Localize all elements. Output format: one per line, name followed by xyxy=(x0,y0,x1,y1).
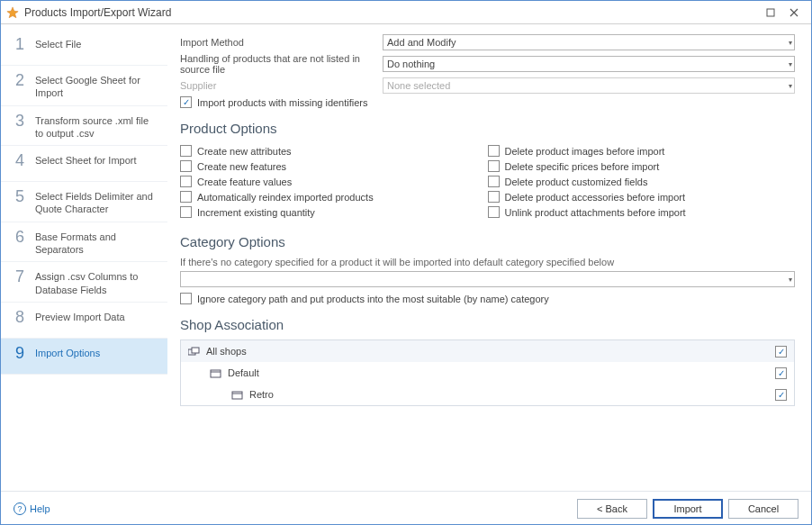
step-select-sheet[interactable]: 4Select Sheet for Import xyxy=(1,146,167,182)
delete-prices-check[interactable]: Delete specific prices before import xyxy=(488,160,796,172)
svg-rect-3 xyxy=(211,370,221,377)
step-preview-data[interactable]: 8Preview Import Data xyxy=(1,303,167,339)
checkbox-icon xyxy=(180,206,192,218)
shop-icon xyxy=(210,368,222,378)
cancel-button[interactable]: Cancel xyxy=(728,499,798,519)
checkbox-icon xyxy=(488,176,500,187)
chevron-down-icon: ▾ xyxy=(789,276,792,284)
ignore-category-path-check[interactable]: Ignore category path and put products in… xyxy=(180,293,795,304)
step-delimiter-quote[interactable]: 5Select Fields Delimiter and Quote Chara… xyxy=(1,182,167,222)
product-options-heading: Product Options xyxy=(180,121,795,136)
chevron-down-icon: ▾ xyxy=(789,60,792,68)
svg-rect-2 xyxy=(192,348,199,353)
step-transform-xml[interactable]: 3Transform source .xml file to output .c… xyxy=(1,106,167,147)
chevron-down-icon: ▾ xyxy=(789,82,792,90)
handling-label: Handling of products that are not listed… xyxy=(180,53,383,75)
import-method-select[interactable]: Add and Modify▾ xyxy=(383,34,795,50)
delete-customized-check[interactable]: Delete product customized fields xyxy=(488,176,796,187)
delete-images-check[interactable]: Delete product images before import xyxy=(488,145,796,157)
supplier-label: Supplier xyxy=(180,80,383,91)
close-button[interactable] xyxy=(782,4,806,22)
shop-icon xyxy=(231,390,244,400)
step-select-file[interactable]: 1Select File xyxy=(1,30,167,66)
checkbox-icon xyxy=(180,191,192,203)
checkbox-icon xyxy=(488,160,500,172)
shop-default-checkbox[interactable] xyxy=(775,367,787,379)
title-bar: Products Import/Export Wizard xyxy=(1,1,811,24)
checkbox-icon xyxy=(488,145,500,157)
svg-rect-0 xyxy=(767,9,774,16)
help-icon: ? xyxy=(14,502,26,515)
checkbox-icon xyxy=(180,160,192,172)
step-base-formats[interactable]: 6Base Formats and Separators xyxy=(1,222,167,263)
footer-bar: ? Help < Back Import Cancel xyxy=(1,491,811,525)
step-select-google-sheet[interactable]: 2Select Google Sheet for Import xyxy=(1,66,167,106)
app-icon xyxy=(6,6,19,19)
unlink-attachments-check[interactable]: Unlink product attachments before import xyxy=(488,206,796,218)
chevron-down-icon: ▾ xyxy=(789,39,792,47)
shop-all-checkbox[interactable] xyxy=(775,346,787,358)
shop-retro-checkbox[interactable] xyxy=(775,389,787,401)
import-button[interactable]: Import xyxy=(653,499,723,519)
wizard-steps-sidebar: 1Select File 2Select Google Sheet for Im… xyxy=(1,24,167,491)
shop-tree: All shops Default Retro xyxy=(180,339,795,406)
create-new-attributes-check[interactable]: Create new attributes xyxy=(180,145,488,157)
checkbox-icon xyxy=(488,206,500,218)
content-pane: Import Method Add and Modify▾ Handling o… xyxy=(167,24,811,491)
supplier-select: None selected▾ xyxy=(383,77,795,94)
handling-select[interactable]: Do nothing▾ xyxy=(383,56,795,72)
delete-accessories-check[interactable]: Delete product accessories before import xyxy=(488,191,796,203)
create-feature-values-check[interactable]: Create feature values xyxy=(180,176,488,187)
increment-quantity-check[interactable]: Increment existing quantity xyxy=(180,206,488,218)
default-category-select[interactable]: ▾ xyxy=(180,271,795,287)
checkbox-icon xyxy=(180,145,192,157)
create-new-features-check[interactable]: Create new features xyxy=(180,160,488,172)
maximize-button[interactable] xyxy=(759,4,782,22)
checkbox-icon xyxy=(180,293,192,304)
back-button[interactable]: < Back xyxy=(577,499,647,519)
window-title: Products Import/Export Wizard xyxy=(24,6,759,19)
help-link[interactable]: ? Help xyxy=(14,502,50,515)
checkbox-icon xyxy=(488,191,500,203)
missing-identifiers-check[interactable]: Import products with missing identifiers xyxy=(180,96,795,108)
category-note: If there's no category specified for a p… xyxy=(180,257,795,267)
shop-row-all[interactable]: All shops xyxy=(181,340,794,362)
shop-association-heading: Shop Association xyxy=(180,317,795,332)
checkbox-icon xyxy=(180,176,192,187)
shop-row-default[interactable]: Default xyxy=(181,362,794,384)
svg-rect-4 xyxy=(232,392,242,399)
shop-row-retro[interactable]: Retro xyxy=(181,384,794,405)
import-method-label: Import Method xyxy=(180,37,383,48)
category-options-heading: Category Options xyxy=(180,234,795,249)
step-assign-columns[interactable]: 7Assign .csv Columns to Database Fields xyxy=(1,262,167,303)
shops-icon xyxy=(188,347,201,357)
checkbox-icon xyxy=(180,96,192,108)
auto-reindex-check[interactable]: Automatically reindex imported products xyxy=(180,191,488,203)
step-import-options[interactable]: 9Import Options xyxy=(1,339,167,375)
